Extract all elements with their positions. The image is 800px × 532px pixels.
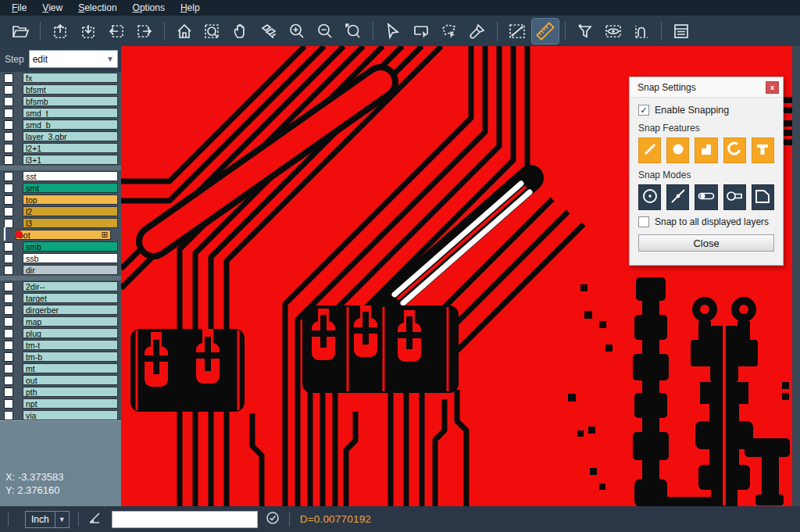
ruler-button[interactable] bbox=[532, 19, 559, 44]
zoom-previous-button[interactable] bbox=[340, 19, 366, 44]
layer-checkbox[interactable] bbox=[4, 266, 13, 275]
layer-row-plug[interactable]: plug bbox=[0, 327, 121, 339]
snap-line-button[interactable] bbox=[638, 137, 661, 163]
measure-line-button[interactable] bbox=[504, 19, 530, 44]
step-select[interactable]: edit ▼ bbox=[29, 50, 118, 68]
layer-checkbox[interactable] bbox=[4, 305, 13, 315]
layer-checkbox[interactable] bbox=[4, 329, 13, 338]
layer-row-layer_3.gbr[interactable]: layer_3.gbr bbox=[0, 130, 121, 142]
layer-checkbox[interactable] bbox=[4, 352, 13, 362]
home-view-button[interactable] bbox=[171, 19, 198, 44]
layer-checkbox[interactable] bbox=[4, 85, 13, 95]
layer-checkbox[interactable] bbox=[4, 120, 13, 130]
select-cursor-button[interactable] bbox=[380, 19, 406, 44]
zoom-out-button[interactable] bbox=[312, 19, 338, 44]
menu-selection[interactable]: Selection bbox=[71, 1, 123, 15]
layer-checkbox[interactable] bbox=[4, 364, 13, 373]
layer-row-2dir--[interactable]: 2dir-- bbox=[0, 280, 121, 292]
layer-row-ssb[interactable]: ssb bbox=[0, 252, 121, 264]
layer-checkbox[interactable] bbox=[4, 155, 13, 165]
move-up-button[interactable] bbox=[47, 19, 73, 44]
move-right-button[interactable] bbox=[131, 19, 158, 44]
move-left-button[interactable] bbox=[103, 19, 130, 44]
clean-brush-button[interactable] bbox=[464, 19, 491, 44]
select-polygon-button[interactable] bbox=[436, 19, 462, 44]
layer-row-bfsmt[interactable]: bfsmt bbox=[0, 84, 121, 95]
layer-checkbox[interactable] bbox=[4, 376, 13, 385]
mode-slot-outline-button[interactable] bbox=[723, 184, 746, 210]
layer-checkbox[interactable] bbox=[4, 184, 13, 193]
layer-row-top[interactable]: top bbox=[0, 194, 121, 205]
layer-row-dirgerber[interactable]: dirgerber bbox=[0, 304, 121, 316]
layer-row-dir[interactable]: dir bbox=[0, 264, 121, 276]
layer-checkbox[interactable] bbox=[4, 294, 13, 303]
layer-row-sst[interactable]: sst bbox=[0, 170, 121, 182]
snap-text-button[interactable] bbox=[752, 137, 774, 163]
layer-row-npt[interactable]: npt bbox=[0, 398, 121, 409]
layer-row-tm-b[interactable]: tm-b bbox=[0, 351, 121, 362]
menu-file[interactable]: File bbox=[5, 1, 34, 15]
dialog-title-bar[interactable]: Snap Settings x bbox=[630, 77, 783, 98]
layer-checkbox[interactable] bbox=[4, 411, 13, 420]
move-down-button[interactable] bbox=[75, 19, 102, 44]
enable-snapping-row[interactable]: ✓ Enable Snapping bbox=[638, 105, 774, 116]
zoom-in-button[interactable] bbox=[284, 19, 310, 44]
snap-arc-button[interactable] bbox=[723, 137, 746, 163]
layer-checkbox[interactable] bbox=[4, 387, 13, 397]
command-input[interactable] bbox=[112, 511, 258, 528]
layer-checkbox[interactable] bbox=[4, 399, 13, 409]
measure-path-button[interactable] bbox=[628, 19, 655, 44]
layer-row-l3[interactable]: l3 bbox=[0, 217, 121, 229]
layer-row-smd_t[interactable]: smd_t bbox=[0, 107, 121, 119]
mode-line-point-button[interactable] bbox=[666, 184, 689, 210]
layer-row-tm-t[interactable]: tm-t bbox=[0, 339, 121, 351]
mode-slot-filled-button[interactable] bbox=[695, 184, 717, 210]
enable-snapping-checkbox[interactable]: ✓ bbox=[638, 105, 649, 116]
mode-center-point-button[interactable] bbox=[638, 184, 661, 210]
layer-checkbox[interactable] bbox=[4, 207, 13, 216]
refresh-circle-icon[interactable] bbox=[266, 511, 280, 528]
layer-checkbox[interactable] bbox=[4, 341, 13, 350]
layer-row-bfsmb[interactable]: bfsmb bbox=[0, 95, 121, 107]
layer-checkbox[interactable] bbox=[4, 172, 13, 181]
zoom-object-button[interactable] bbox=[255, 19, 282, 44]
unit-select[interactable]: Inch ▼ bbox=[25, 511, 70, 528]
layer-checkbox[interactable] bbox=[4, 73, 13, 83]
report-panel-button[interactable] bbox=[668, 19, 695, 44]
layer-row-fx[interactable]: fx bbox=[0, 72, 121, 84]
select-rect-button[interactable] bbox=[408, 19, 434, 44]
layer-row-l2[interactable]: l2 bbox=[0, 205, 121, 217]
menu-view[interactable]: View bbox=[35, 1, 70, 15]
layer-row-smt[interactable]: smt bbox=[0, 182, 121, 194]
close-icon[interactable]: x bbox=[766, 81, 779, 94]
all-layers-row[interactable]: Snap to all displayed layers bbox=[638, 216, 774, 227]
view-eye-button[interactable] bbox=[600, 19, 627, 44]
snap-surface-button[interactable] bbox=[695, 137, 717, 163]
layer-row-mt[interactable]: mt bbox=[0, 362, 121, 374]
layer-row-target[interactable]: target bbox=[0, 292, 121, 304]
layer-checkbox[interactable] bbox=[4, 109, 13, 118]
zoom-area-button[interactable] bbox=[199, 19, 226, 44]
layer-checkbox[interactable] bbox=[4, 132, 13, 141]
menu-options[interactable]: Options bbox=[126, 1, 172, 15]
layer-checkbox[interactable] bbox=[4, 144, 13, 153]
all-layers-checkbox[interactable] bbox=[638, 216, 649, 227]
layer-row-l2+1[interactable]: l2+1 bbox=[0, 142, 121, 154]
pan-hand-button[interactable] bbox=[227, 19, 254, 44]
layer-checkbox[interactable] bbox=[4, 97, 13, 106]
layer-row-out[interactable]: out bbox=[0, 374, 121, 386]
layer-checkbox[interactable] bbox=[4, 282, 13, 291]
filter-button[interactable] bbox=[572, 19, 598, 44]
mode-surface-outline-button[interactable] bbox=[752, 184, 774, 210]
layer-checkbox[interactable] bbox=[4, 317, 13, 327]
layer-checkbox[interactable] bbox=[4, 242, 13, 252]
close-button[interactable]: Close bbox=[638, 234, 774, 252]
layer-row-map[interactable]: map bbox=[0, 316, 121, 327]
layer-checkbox[interactable] bbox=[4, 254, 13, 263]
layer-row-smb[interactable]: smb bbox=[0, 241, 121, 252]
layer-row-via[interactable]: via bbox=[0, 409, 121, 421]
layer-checkbox[interactable] bbox=[4, 195, 13, 205]
open-folder-button[interactable] bbox=[7, 19, 34, 44]
snap-pad-button[interactable] bbox=[666, 137, 689, 163]
layer-row-bot[interactable]: bot⊞ bbox=[0, 229, 121, 241]
